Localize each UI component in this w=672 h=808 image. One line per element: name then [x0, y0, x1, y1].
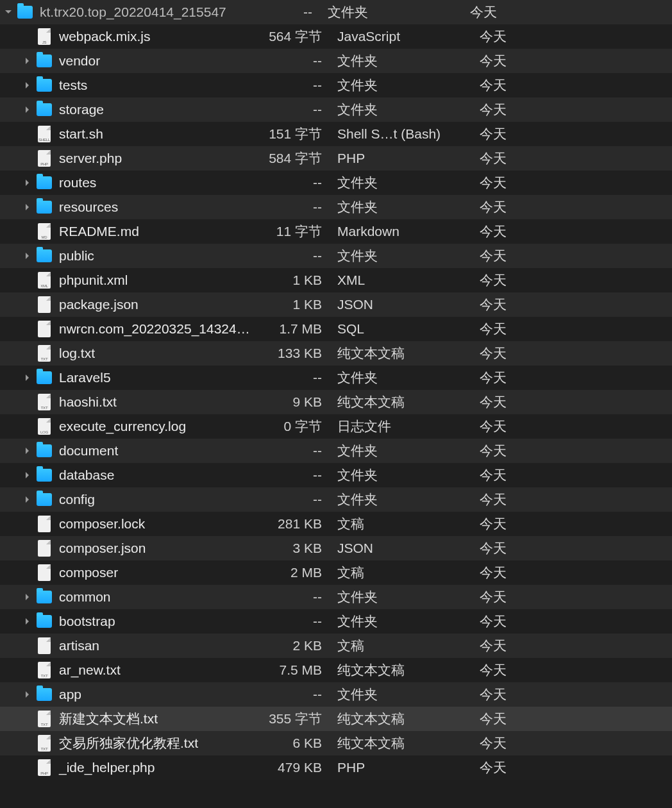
- file-date: 今天: [476, 223, 672, 240]
- file-row[interactable]: TXT交易所独家优化教程.txt6 KB纯文本文稿今天: [0, 731, 672, 755]
- disclosure-triangle[interactable]: [21, 468, 35, 482]
- file-size: --: [251, 53, 328, 69]
- file-name: log.txt: [55, 346, 251, 361]
- folder-icon: [37, 201, 52, 214]
- disclosure-triangle: [21, 298, 35, 312]
- file-row[interactable]: LOGexecute_currency.log0 字节日志文件今天: [0, 414, 672, 439]
- folder-icon: [37, 591, 52, 603]
- file-size: --: [251, 175, 328, 190]
- folder-icon-wrap: [36, 53, 53, 69]
- file-name: 新建文本文档.txt: [55, 710, 251, 728]
- file-icon-wrap: TXT: [36, 394, 53, 410]
- disclosure-triangle[interactable]: [21, 614, 35, 628]
- file-date: 今天: [476, 539, 672, 557]
- file-row[interactable]: public--文件夹今天: [0, 244, 672, 268]
- file-row[interactable]: XMLphpunit.xml1 KBXML今天: [0, 268, 672, 292]
- file-row[interactable]: bootstrap--文件夹今天: [0, 609, 672, 634]
- file-row[interactable]: document--文件夹今天: [0, 439, 672, 463]
- file-row[interactable]: PHP_ide_helper.php479 KBPHP今天: [0, 755, 672, 780]
- file-icon-wrap: TXT: [36, 662, 53, 678]
- disclosure-triangle: [21, 566, 35, 580]
- file-kind: 文件夹: [328, 491, 476, 509]
- file-date: 今天: [476, 491, 672, 509]
- folder-icon: [37, 79, 52, 92]
- file-row[interactable]: artisan2 KB文稿今天: [0, 634, 672, 658]
- file-size: --: [251, 492, 328, 507]
- folder-icon-wrap: [36, 686, 53, 703]
- file-row[interactable]: composer.json3 KBJSON今天: [0, 536, 672, 560]
- file-icon-wrap: JS: [36, 28, 53, 45]
- file-size: --: [251, 78, 328, 93]
- disclosure-triangle[interactable]: [21, 200, 35, 214]
- file-date: 今天: [476, 393, 672, 411]
- file-date: 今天: [476, 637, 672, 655]
- file-row[interactable]: MDREADME.md11 字节Markdown今天: [0, 219, 672, 244]
- file-size: 7.5 MB: [251, 662, 328, 678]
- file-row[interactable]: Laravel5--文件夹今天: [0, 366, 672, 390]
- file-icon-wrap: SHELL: [36, 126, 53, 142]
- folder-icon-wrap: [36, 248, 53, 264]
- file-size: 355 字节: [251, 710, 328, 728]
- disclosure-triangle[interactable]: [21, 103, 35, 117]
- file-row[interactable]: package.json1 KBJSON今天: [0, 292, 672, 317]
- file-icon-wrap: LOG: [36, 418, 53, 435]
- file-name: package.json: [55, 297, 251, 312]
- disclosure-triangle[interactable]: [21, 687, 35, 702]
- file-icon: [38, 540, 51, 557]
- file-icon: [38, 321, 51, 337]
- file-kind: 文件夹: [328, 101, 476, 119]
- file-row[interactable]: SHELLstart.sh151 字节Shell S…t (Bash)今天: [0, 122, 672, 146]
- file-icon: PHP: [38, 759, 51, 776]
- file-row[interactable]: TXT新建文本文档.txt355 字节纯文本文稿今天: [0, 707, 672, 731]
- file-name: Laravel5: [55, 370, 251, 385]
- disclosure-triangle[interactable]: [21, 590, 35, 604]
- file-row[interactable]: nwrcn.com_20220325_143240.sql1.7 MBSQL今天: [0, 317, 672, 341]
- file-icon-wrap: [36, 540, 53, 557]
- file-row[interactable]: app--文件夹今天: [0, 682, 672, 707]
- file-row[interactable]: TXTlog.txt133 KB纯文本文稿今天: [0, 341, 672, 366]
- file-icon: TXT: [38, 735, 51, 752]
- file-row[interactable]: resources--文件夹今天: [0, 195, 672, 219]
- file-kind: 纯文本文稿: [328, 344, 476, 362]
- file-icon: LOG: [38, 418, 51, 435]
- file-date: 今天: [476, 661, 672, 679]
- file-kind: 日志文件: [328, 417, 476, 435]
- folder-icon: [37, 249, 52, 262]
- disclosure-triangle[interactable]: [21, 249, 35, 263]
- disclosure-triangle: [21, 151, 35, 165]
- file-kind: 文件夹: [319, 3, 466, 21]
- disclosure-triangle[interactable]: [21, 78, 35, 92]
- file-icon-wrap: [36, 516, 53, 532]
- disclosure-triangle[interactable]: [21, 444, 35, 458]
- file-row[interactable]: vendor--文件夹今天: [0, 49, 672, 73]
- disclosure-triangle: [21, 322, 35, 336]
- disclosure-triangle[interactable]: [21, 492, 35, 507]
- file-size: 564 字节: [251, 28, 328, 46]
- file-row[interactable]: tests--文件夹今天: [0, 73, 672, 97]
- file-name: database: [55, 467, 251, 483]
- file-row[interactable]: config--文件夹今天: [0, 487, 672, 512]
- file-row[interactable]: JSwebpack.mix.js564 字节JavaScript今天: [0, 24, 672, 49]
- file-row[interactable]: composer.lock281 KB文稿今天: [0, 512, 672, 536]
- file-date: 今天: [476, 734, 672, 752]
- file-kind: 文件夹: [328, 76, 476, 94]
- file-size: 479 KB: [251, 760, 328, 775]
- file-row[interactable]: TXTar_new.txt7.5 MB纯文本文稿今天: [0, 658, 672, 682]
- file-row[interactable]: PHPserver.php584 字节PHP今天: [0, 146, 672, 171]
- file-icon: [38, 637, 51, 654]
- folder-icon-wrap: [36, 467, 53, 484]
- disclosure-triangle[interactable]: [21, 54, 35, 68]
- file-icon: TXT: [38, 711, 51, 727]
- file-row[interactable]: common--文件夹今天: [0, 585, 672, 609]
- file-row[interactable]: routes--文件夹今天: [0, 171, 672, 195]
- file-kind: 文件夹: [328, 174, 476, 192]
- file-row[interactable]: composer2 MB文稿今天: [0, 560, 672, 585]
- file-row[interactable]: database--文件夹今天: [0, 463, 672, 487]
- parent-folder-row[interactable]: kt.trx20.top_20220414_215547--文件夹今天: [0, 0, 672, 24]
- disclosure-triangle: [21, 639, 35, 653]
- disclosure-triangle[interactable]: [21, 176, 35, 190]
- disclosure-triangle[interactable]: [1, 5, 15, 19]
- file-row[interactable]: TXThaoshi.txt9 KB纯文本文稿今天: [0, 390, 672, 414]
- disclosure-triangle[interactable]: [21, 371, 35, 385]
- file-row[interactable]: storage--文件夹今天: [0, 97, 672, 122]
